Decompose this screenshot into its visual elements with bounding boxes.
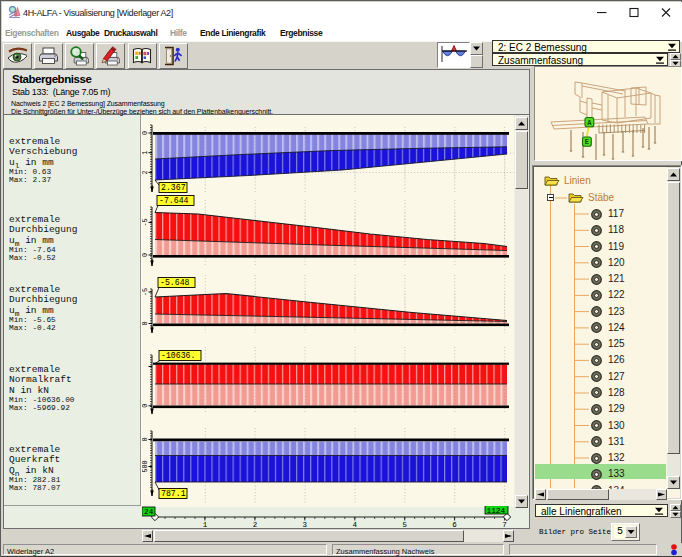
svg-text:0: 0 — [142, 321, 149, 325]
svg-text:6: 6 — [452, 521, 457, 529]
svg-text:-5: -5 — [142, 288, 149, 296]
svg-text:-5: -5 — [142, 218, 149, 226]
svg-text:500: 500 — [142, 460, 149, 472]
svg-text:0: 0 — [142, 404, 149, 408]
svg-text:1: 1 — [203, 521, 208, 529]
svg-text:3: 3 — [303, 521, 308, 529]
svg-text:-7.644: -7.644 — [159, 196, 189, 205]
svg-text:2.367: 2.367 — [161, 183, 186, 192]
svg-text:7: 7 — [502, 521, 507, 529]
svg-text:2: 2 — [253, 521, 258, 529]
svg-text:5: 5 — [402, 521, 407, 529]
svg-text:0: 0 — [142, 131, 149, 135]
svg-text:-10636.: -10636. — [161, 351, 195, 360]
svg-text:24: 24 — [144, 508, 154, 516]
svg-text:787.1: 787.1 — [161, 489, 186, 498]
svg-text:-5.648: -5.648 — [160, 278, 190, 287]
svg-text:4: 4 — [353, 521, 358, 529]
svg-text:0: 0 — [142, 437, 149, 441]
svg-text:1: 1 — [142, 151, 149, 155]
svg-text:0: 0 — [142, 253, 149, 257]
svg-text:1124: 1124 — [487, 507, 506, 515]
svg-text:2: 2 — [142, 170, 149, 174]
svg-text:E: E — [585, 138, 589, 146]
